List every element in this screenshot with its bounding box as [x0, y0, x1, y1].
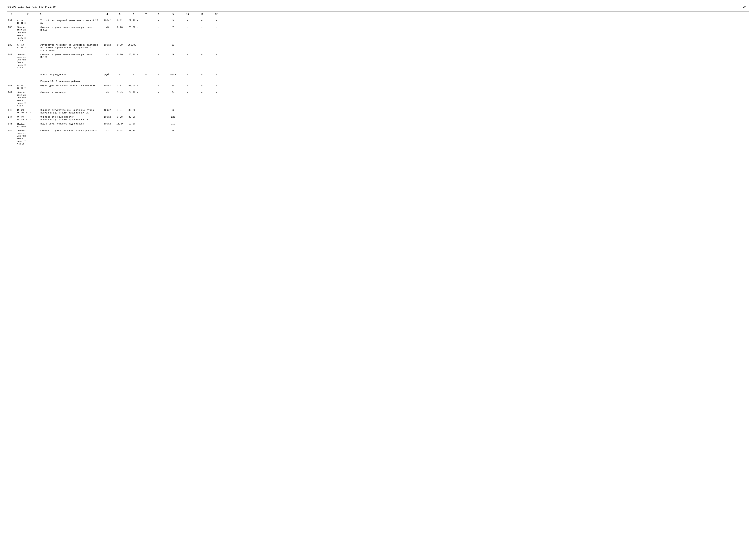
sh-col7: [141, 80, 151, 80]
sh-col4: [101, 80, 114, 80]
col-header-12: 12: [209, 13, 224, 16]
row-col11: –: [195, 19, 209, 22]
table-row: I42 Сборниксметныхцен МОИТом IЧасть Iп.2…: [7, 91, 749, 108]
row-col12: –: [209, 19, 224, 22]
table-row: I45 I5-297I5-59-4 Подготовка потолков по…: [7, 122, 749, 129]
col-header-1: 1: [7, 13, 16, 16]
row-col12: –: [209, 115, 224, 118]
total-col2: [16, 73, 40, 73]
table-row: I43 I5-543I5-I56-6-23 Окраска оштукатуре…: [7, 108, 749, 115]
row-col7: [141, 91, 151, 91]
row-col3: Стоимость цементно-песчаного раствора М-…: [40, 26, 101, 32]
row-col5: II,34: [114, 122, 126, 125]
row-col5: 0,09: [114, 44, 126, 47]
row-col2: I5-297I5-59-4: [16, 122, 40, 128]
row-col5: 0,26: [114, 26, 126, 29]
row-col3: Устройство покрытий цементных толщиной 2…: [40, 19, 101, 25]
row-col1: I37: [7, 19, 16, 22]
row-col1: I45: [7, 122, 16, 125]
row-col1: I46: [7, 129, 16, 132]
total-col9: 5059: [166, 73, 180, 76]
row-col5: 3,43: [114, 91, 126, 94]
section-title: Раздел 10. Отделочные работы: [40, 80, 101, 83]
row-col4: м3: [101, 26, 114, 29]
col-header-8: 8: [151, 13, 166, 16]
col-header-10: 10: [180, 13, 195, 16]
row-col6: 24,40 –: [126, 91, 141, 94]
row-col11: –: [195, 53, 209, 56]
row-col6: 25,90 –: [126, 26, 141, 29]
row-col3: Стоимость цементно-песчаного раствора М-…: [40, 53, 101, 59]
row-col11: –: [195, 84, 209, 87]
row-col6: 33,20 –: [126, 115, 141, 118]
table-row: I38 Сборниксметныхцен МОИТом IЧасть Iп.2…: [7, 25, 749, 43]
row-col5: 3,78: [114, 115, 126, 118]
row-col9: 74: [166, 84, 180, 87]
row-col4: 100м2: [101, 122, 114, 125]
row-col1: I39: [7, 44, 16, 47]
row-col11: –: [195, 122, 209, 125]
row-col7: [141, 109, 151, 109]
row-col12: –: [209, 84, 224, 87]
row-col4: 100м2: [101, 115, 114, 118]
row-col11: –: [195, 109, 209, 112]
table-row: I46 Сборниксметныхцен МОИТом IЧасть Iп.2…: [7, 129, 749, 146]
row-col5: 0,12: [114, 19, 126, 22]
row-col12: –: [209, 44, 224, 47]
row-col2: Сборниксметныхцен МОИ"см Iчасть Iп.2-5: [16, 53, 40, 70]
row-col9: 33: [166, 44, 180, 47]
row-col3: Окраска стеновых панелей поливинилацетат…: [40, 115, 101, 121]
row-col5: I,8I: [114, 84, 126, 87]
row-col4: 100м2: [101, 44, 114, 47]
row-col11: –: [195, 91, 209, 94]
row-col9: I6: [166, 129, 180, 132]
total-col10: –: [180, 73, 195, 76]
row-col2: I5-543I5-I56-6-23: [16, 115, 40, 121]
row-col4: м3: [101, 91, 114, 94]
row-col6: 33,20 –: [126, 109, 141, 112]
sh-col8: [151, 80, 166, 80]
sh-col1: [7, 80, 16, 80]
row-col12: –: [209, 122, 224, 125]
total-col5: –: [114, 73, 126, 76]
row-col6: 40,50 –: [126, 84, 141, 87]
row-col9: 2I9: [166, 122, 180, 125]
sh-col12: [209, 80, 224, 80]
table-body: I37 II-69II-II-3 Устройство покрытий цем…: [7, 18, 749, 146]
total-col4: руб.: [101, 73, 114, 76]
col-header-11: 11: [195, 13, 209, 16]
row-col8: –: [151, 109, 166, 112]
row-col9: I25: [166, 115, 180, 118]
col-header-7: 7: [141, 13, 151, 16]
row-col3: Окраска оштукатуренных кирпичных стабок …: [40, 109, 101, 114]
row-col7: [141, 44, 151, 44]
row-col4: 100м2: [101, 84, 114, 87]
row-col8: –: [151, 53, 166, 56]
row-col2: Сборниксметныхцен МОИТом IЧасть Iп.2-5: [16, 26, 40, 42]
row-col7: [141, 84, 151, 85]
row-col8: –: [151, 84, 166, 87]
row-col10: –: [180, 53, 195, 56]
sh-col10: [180, 80, 195, 80]
total-col11: –: [195, 73, 209, 76]
row-col7: [141, 115, 151, 116]
row-col11: –: [195, 115, 209, 118]
table-row: I40 Сборниксметныхцен МОИ"см Iчасть Iп.2…: [7, 53, 749, 70]
row-col10: –: [180, 115, 195, 118]
row-col3: Устройство покрытий на цементном раствор…: [40, 44, 101, 52]
row-col9: 5: [166, 53, 180, 56]
row-col7: [141, 26, 151, 26]
row-col4: 100м2: [101, 19, 114, 22]
row-col3: Стоимость раствора: [40, 91, 101, 94]
section-header-row: Раздел 10. Отделочные работы: [7, 78, 749, 84]
row-col10: –: [180, 129, 195, 132]
col-header-3: 3: [40, 13, 101, 16]
sh-col6: [126, 80, 141, 80]
page-header: Альбом VIII ч.1 т.п. 503-9-12.86 — 26 —: [7, 5, 749, 8]
row-col2: Сборниксметныхцен МОИТом IЧасть Iп.2-4: [16, 91, 40, 108]
row-col11: –: [195, 44, 209, 47]
row-col12: –: [209, 129, 224, 132]
row-col10: –: [180, 91, 195, 94]
row-col10: –: [180, 109, 195, 112]
row-col3: Подготовка потолков под окраску: [40, 122, 101, 125]
